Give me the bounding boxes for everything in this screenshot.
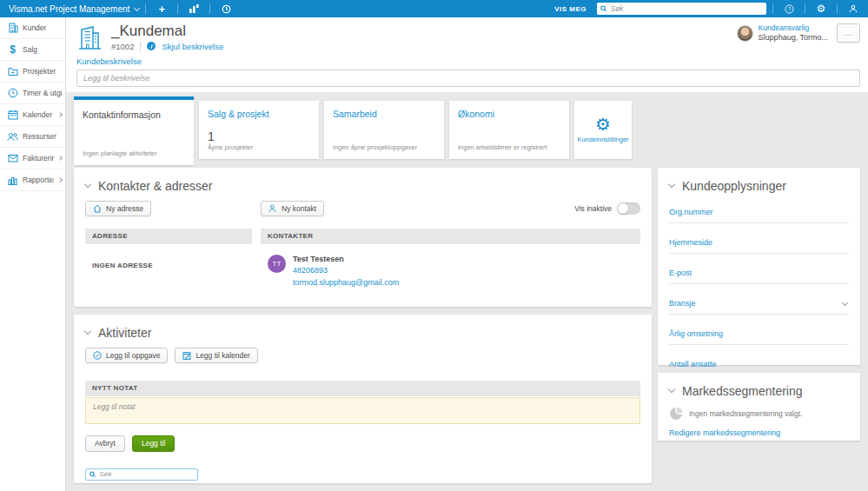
collapse-chevron-icon[interactable] bbox=[668, 386, 675, 393]
chevron-down-icon bbox=[842, 300, 848, 306]
section-title: Kontakter & adresser bbox=[98, 179, 213, 193]
hide-description-link[interactable]: Skjul beskrivelse bbox=[162, 42, 223, 51]
new-address-button[interactable]: Ny adresse bbox=[85, 201, 151, 216]
toggle-knob bbox=[618, 203, 628, 214]
show-inactive-toggle[interactable] bbox=[617, 202, 640, 215]
sidebar-item-salg[interactable]: $ Salg bbox=[0, 39, 65, 61]
field-annual-revenue[interactable]: Årlig omsetning bbox=[669, 329, 849, 345]
sidebar-item-label: Kunder bbox=[23, 23, 46, 32]
collapse-chevron-icon[interactable] bbox=[84, 328, 91, 335]
tab-subtext: Åpne prosjekter bbox=[208, 143, 310, 151]
tab-label: Kontaktinformasjon bbox=[83, 109, 185, 120]
tab-label: Økonomi bbox=[458, 109, 560, 119]
search-icon bbox=[89, 471, 96, 478]
person-icon bbox=[268, 204, 277, 213]
chevron-right-icon bbox=[57, 177, 63, 182]
clock-icon bbox=[7, 88, 18, 99]
button-label: Ny adresse bbox=[106, 204, 143, 213]
address-column-header: ADRESSE bbox=[85, 229, 252, 244]
bar-chart-icon bbox=[7, 175, 18, 186]
field-homepage[interactable]: Hjemmeside bbox=[669, 238, 849, 254]
collapse-chevron-icon[interactable] bbox=[668, 181, 675, 188]
global-search[interactable] bbox=[597, 3, 766, 15]
check-circle-icon bbox=[93, 351, 102, 360]
contact-list-item[interactable]: TT Test Testesen 48206893 tormod.sluppha… bbox=[261, 255, 640, 288]
help-icon[interactable]: ? bbox=[779, 2, 798, 16]
tab-samarbeid[interactable]: Samarbeid Ingen åpne prosjektoppgaver bbox=[324, 101, 444, 159]
tab-kundeinnstillinger[interactable]: ⚙ Kundeinnstillinger bbox=[574, 101, 632, 159]
tab-label: Salg & prosjekt bbox=[208, 109, 310, 119]
divider bbox=[837, 3, 838, 14]
customer-owner[interactable]: Kundeansvarlig Slupphaug, Tormo... bbox=[737, 23, 828, 43]
pie-chart-icon bbox=[669, 407, 683, 421]
svg-text:?: ? bbox=[787, 5, 791, 11]
field-industry-dropdown[interactable]: Bransje bbox=[669, 299, 849, 315]
section-title: Markedssegmentering bbox=[682, 384, 803, 398]
tab-okonomi[interactable]: Økonomi Ingen arbeidstimer er registrert bbox=[449, 101, 569, 159]
tab-subtext: Ingen arbeidstimer er registrert bbox=[458, 143, 560, 151]
owner-avatar bbox=[737, 25, 753, 42]
global-search-input[interactable] bbox=[611, 4, 764, 13]
activities-search[interactable] bbox=[85, 468, 198, 481]
add-calendar-button[interactable]: Legg til kalender bbox=[175, 348, 257, 363]
segmentation-empty-text: Ingen markedssegmentering valgt. bbox=[689, 409, 802, 418]
edit-segmentation-link[interactable]: Redigere markedssegmentering bbox=[658, 421, 792, 448]
app-menu[interactable]: Visma.net Project Management bbox=[9, 4, 139, 14]
dollar-icon: $ bbox=[7, 44, 18, 56]
tab-salg-prosjekt[interactable]: Salg & prosjekt 1 Åpne prosjekter bbox=[199, 101, 319, 159]
sidebar-item-kunder[interactable]: Kunder bbox=[0, 17, 65, 39]
calendar-edit-icon bbox=[182, 351, 191, 360]
no-address-text: INGEN ADRESSE bbox=[85, 262, 252, 269]
search-icon bbox=[600, 5, 607, 12]
button-label: Ny kontakt bbox=[282, 204, 316, 213]
collapse-chevron-icon[interactable] bbox=[84, 181, 91, 188]
chevron-right-icon bbox=[57, 112, 63, 117]
contact-email-link[interactable]: tormod.slupphaug@gmail.com bbox=[293, 278, 399, 288]
sidebar-item-label: Kalender bbox=[23, 110, 52, 119]
top-bar: Visma.net Project Management + VIS MEG ?… bbox=[0, 0, 868, 17]
sidebar-item-rapporter[interactable]: Rapporter bbox=[0, 169, 65, 191]
building-icon bbox=[7, 23, 18, 34]
add-note-button[interactable]: Legg til bbox=[132, 435, 175, 452]
description-label[interactable]: Kundebeskrivelse bbox=[76, 56, 142, 66]
user-profile-icon[interactable] bbox=[844, 2, 863, 16]
owner-role-label: Kundeansvarlig bbox=[759, 23, 828, 33]
tab-subtext: Ingen åpne prosjektoppgaver bbox=[333, 143, 435, 151]
field-label: E-post bbox=[669, 269, 692, 277]
divider bbox=[177, 3, 178, 14]
cancel-button[interactable]: Avbryt bbox=[85, 435, 125, 452]
add-new-button[interactable]: + bbox=[152, 2, 171, 16]
tab-label: Samarbeid bbox=[333, 109, 435, 119]
sidebar-item-label: Ressurser bbox=[23, 132, 56, 141]
dashboard-chart-icon[interactable] bbox=[184, 2, 203, 16]
new-contact-button[interactable]: Ny kontakt bbox=[261, 201, 324, 216]
sidebar-item-prosjekter[interactable]: Prosjekter bbox=[0, 61, 65, 83]
page-title: _Kundemal bbox=[111, 23, 223, 40]
field-email[interactable]: E-post bbox=[669, 269, 849, 284]
history-icon[interactable] bbox=[216, 2, 235, 16]
note-textarea[interactable]: Legg til notat bbox=[85, 397, 640, 424]
sidebar-item-timer-utgifter[interactable]: Timer & utgifter bbox=[0, 83, 65, 104]
more-options-button[interactable]: ... bbox=[837, 23, 860, 43]
sidebar-item-label: Prosjekter bbox=[23, 67, 56, 76]
calendar-icon bbox=[7, 109, 18, 121]
sidebar-item-label: Timer & utgifter bbox=[23, 89, 62, 97]
description-input[interactable] bbox=[76, 70, 860, 87]
tab-cards-row: Kontaktinformasjon Ingen planlagte aktiv… bbox=[66, 92, 868, 166]
sidebar-item-ressurser[interactable]: Ressurser bbox=[0, 126, 65, 148]
chevron-right-icon bbox=[57, 156, 63, 161]
sidebar-item-kalender[interactable]: Kalender bbox=[0, 104, 65, 126]
tab-subtext: Ingen planlagte aktiviteter bbox=[83, 149, 185, 157]
activities-search-input[interactable] bbox=[99, 470, 194, 478]
vis-meg-button[interactable]: VIS MEG bbox=[554, 5, 586, 13]
button-label: Legg til kalender bbox=[195, 351, 249, 360]
contact-phone-link[interactable]: 48206893 bbox=[293, 266, 399, 275]
sidebar-item-label: Fakturering bbox=[23, 154, 54, 163]
settings-gear-icon[interactable]: ⚙ bbox=[812, 2, 831, 16]
sidebar-item-fakturering[interactable]: Fakturering bbox=[0, 148, 65, 169]
tab-kontaktinformasjon[interactable]: Kontaktinformasjon Ingen planlagte aktiv… bbox=[74, 96, 194, 165]
new-note-header: NYTT NOTAT bbox=[85, 381, 640, 396]
field-org-number[interactable]: Org.nummer bbox=[669, 208, 849, 223]
field-label: Årlig omsetning bbox=[669, 329, 723, 338]
add-task-button[interactable]: Legg til oppgave bbox=[85, 348, 168, 363]
